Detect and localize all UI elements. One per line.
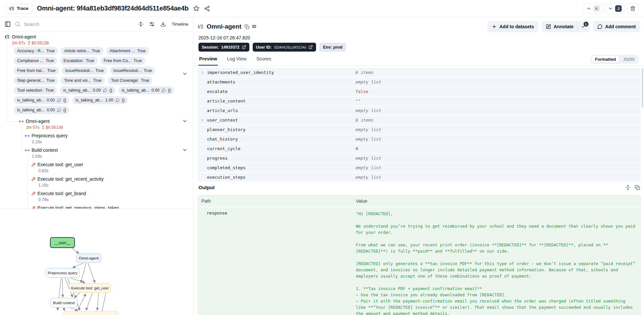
preview-row[interactable]: article_content""	[198, 97, 641, 105]
collapse-chevron-icon[interactable]	[182, 147, 188, 153]
tree-span-item[interactable]: Omni-agent2m 57sΣ $0.55138	[19, 118, 188, 130]
settings-sliders-icon[interactable]	[149, 21, 155, 27]
score-badge[interactable]: Tool selection:True	[14, 86, 57, 94]
row-key: article_content	[207, 99, 356, 103]
score-badge[interactable]: Escalation:True	[60, 57, 97, 65]
preview-row[interactable]: impersonated_user_identity6 items	[198, 68, 641, 77]
preview-row[interactable]: attachmentsempty list	[198, 78, 641, 86]
tree-span-item[interactable]: Execute tool: get_brand0.76s	[31, 190, 188, 203]
score-badge[interactable]: Tool Coverage:True	[108, 77, 152, 84]
add-comment-button[interactable]: Add comment	[593, 21, 640, 32]
score-badge[interactable]: Article retrie...True	[61, 47, 103, 55]
score-badge[interactable]: IssueResoluti...True	[62, 67, 107, 75]
graph-node-partial[interactable]	[62, 311, 118, 315]
delete-trace-button[interactable]	[627, 3, 639, 14]
star-icon[interactable]	[193, 5, 199, 11]
span-duration: 0.82s	[38, 168, 188, 174]
pen-square-icon	[546, 24, 551, 29]
duration-value: 0.82s	[38, 169, 49, 173]
tree-span-item[interactable]: Execute tool: get_previous_steps_taken1.…	[31, 205, 188, 209]
preview-row[interactable]: current_cycle0	[198, 144, 641, 153]
format-json[interactable]: JSON	[620, 56, 638, 63]
score-value: True	[144, 68, 152, 73]
search-input[interactable]: Search	[15, 21, 134, 27]
observation-title: Omni-agent	[207, 23, 242, 30]
tab-scores[interactable]: Scores	[256, 55, 272, 66]
top-bar: Trace Omni-agent: 9f4a81eb3df983f24d64d5…	[0, 0, 644, 17]
score-badge[interactable]: Step generat...True	[14, 77, 58, 84]
score-badge[interactable]: Attachment ...True	[106, 47, 149, 55]
row-value: empty list	[356, 175, 641, 180]
chevron-right-icon[interactable]	[200, 71, 207, 75]
copy-output-icon[interactable]	[635, 185, 640, 190]
prev-trace-button[interactable]: K	[584, 3, 603, 14]
scrollbar-thumb[interactable]	[642, 68, 643, 108]
score-label: Step generat...	[17, 78, 44, 83]
preview-row[interactable]: progressempty list	[198, 154, 641, 163]
panel-left-icon[interactable]	[5, 21, 11, 27]
collapse-chevron-icon[interactable]	[182, 71, 188, 77]
share-icon[interactable]	[204, 6, 210, 11]
graph-node-preprocess-query[interactable]: Preprocess query	[46, 268, 80, 278]
unfold-vertical-icon[interactable]	[625, 185, 631, 190]
badge-row: Free from hal...TrueIssueResoluti...True…	[14, 67, 188, 77]
score-badge[interactable]: is_talking_ab...0.00{}	[14, 106, 69, 114]
annotate-dropdown[interactable]: 1	[581, 24, 586, 29]
tab-log-view[interactable]: Log View	[226, 55, 247, 66]
span-list: Omni-agent2m 57sΣ $0.55138Preprocess que…	[5, 118, 188, 209]
graph-node-execute-tool-get-user[interactable]: Execute tool: get_user	[69, 283, 111, 293]
row-value: 6 items	[356, 118, 641, 123]
chevron-right-icon[interactable]	[200, 118, 207, 122]
list-tree-icon	[5, 34, 10, 39]
score-badge[interactable]: IssueResoluti...True	[110, 67, 155, 75]
chevron-right-icon	[200, 118, 204, 122]
preview-row[interactable]: execution_stepsempty list	[198, 173, 641, 182]
score-badge[interactable]: is_talking_ab...1.00{}	[72, 96, 128, 104]
fold-vertical-icon[interactable]	[138, 21, 144, 27]
next-trace-button[interactable]: J	[605, 3, 624, 14]
tree-span-item[interactable]: Build context1.03s	[25, 147, 188, 159]
preview-row[interactable]: completed_stepsempty list	[198, 163, 641, 172]
span-tree: Omni-agent 2m 57s Σ $0.55138 Accuracy - …	[0, 32, 193, 209]
timeline-toggle[interactable]: Timeline	[172, 22, 188, 27]
score-label: Article retrie...	[64, 49, 89, 53]
tree-span-item[interactable]: Execute tool: get_recent_activity1.15s	[31, 176, 188, 188]
score-badge[interactable]: Free from Co...True	[101, 57, 145, 65]
score-badge[interactable]: is_talking_ab...0.00{}	[60, 86, 115, 94]
add-to-datasets-button[interactable]: Add to datasets	[487, 21, 538, 32]
score-badge[interactable]: Tone and voi...True	[61, 77, 105, 84]
tab-preview[interactable]: Preview	[198, 55, 218, 66]
search-icon	[15, 21, 20, 27]
score-badge[interactable]: Free from hal...True	[14, 67, 59, 75]
tree-guide	[27, 165, 30, 165]
preview-row[interactable]: user_context6 items	[198, 116, 641, 124]
format-formatted[interactable]: Formatted	[592, 56, 619, 63]
score-value: True	[134, 58, 142, 63]
score-value: True	[93, 78, 102, 83]
tree-span-item[interactable]: Execute tool: get_user0.82s	[31, 161, 188, 174]
score-suffix: {}	[122, 98, 125, 102]
download-icon[interactable]	[160, 21, 166, 27]
agent-graph: __start__Omni-agentPreprocess queryExecu…	[0, 209, 193, 315]
graph-node--start-[interactable]: __start__	[50, 237, 75, 248]
preview-row[interactable]: chat_historyempty list	[198, 135, 641, 144]
root-span-name: Omni-agent	[12, 34, 36, 39]
session-badge[interactable]: Session: 14910372	[198, 43, 249, 52]
score-badge[interactable]: is_talking_ab...0.00{}	[14, 96, 69, 104]
span-name-row: Execute tool: get_recent_activity	[31, 176, 188, 182]
score-badge[interactable]: Compliance ...True	[14, 57, 57, 65]
score-badge[interactable]: Accuracy - R...True	[14, 47, 58, 55]
user-id-badge[interactable]: User ID: SDAHUSLy9f1CHo	[253, 43, 316, 52]
tree-span-item[interactable]: Preprocess query2.15s	[25, 132, 188, 145]
tree-root-item[interactable]: Omni-agent 2m 57s Σ $0.55138 Accuracy - …	[5, 34, 188, 116]
score-badge[interactable]: is_talking_ab...0.00{}	[119, 86, 174, 94]
graph-node-omni-agent[interactable]: Omni-agent	[76, 254, 101, 263]
collapse-chevron-icon[interactable]	[182, 118, 188, 124]
graph-node-build-context[interactable]: Build context	[51, 298, 77, 307]
copy-id-icon[interactable]	[244, 24, 249, 29]
annotate-button[interactable]: Annotate 1	[541, 21, 590, 32]
preview-row[interactable]: escalatefalse	[198, 87, 641, 96]
output-row-response[interactable]: response "Hi [REDACTED], We understand y…	[198, 207, 640, 315]
preview-row[interactable]: article_urlsempty list	[198, 106, 641, 115]
preview-row[interactable]: planner_historyempty list	[198, 125, 641, 134]
